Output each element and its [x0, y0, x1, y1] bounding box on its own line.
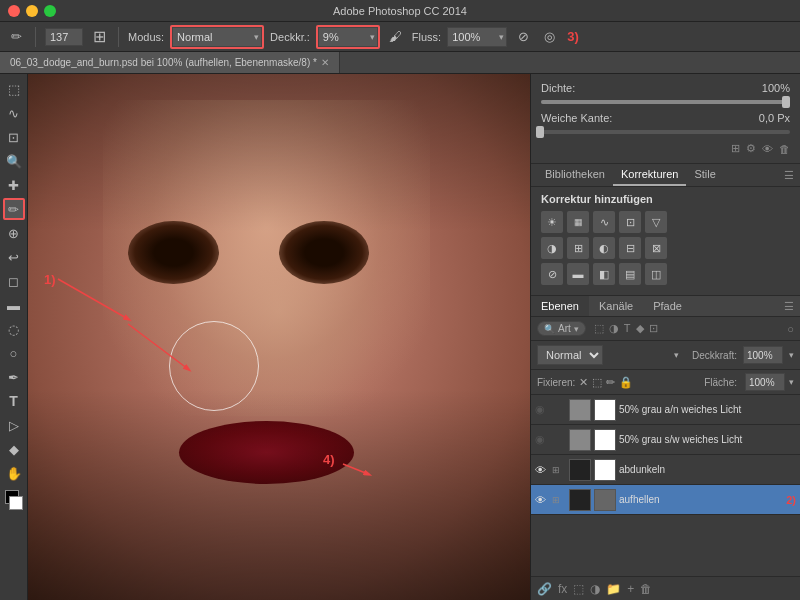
weiche-kante-slider-thumb[interactable]	[536, 126, 544, 138]
add-link-icon[interactable]: 🔗	[537, 582, 552, 596]
tablet-pressure-icon[interactable]: ⊘	[513, 27, 533, 47]
layer-item-4[interactable]: 👁 ⊞ aufhellen 2)	[531, 485, 800, 515]
tab-stile[interactable]: Stile	[686, 164, 723, 186]
tool-lasso[interactable]: ∿	[3, 102, 25, 124]
ebenen-search-box[interactable]: 🔍 Art ▾	[537, 321, 586, 336]
layer-2-visibility-icon[interactable]: ◉	[535, 433, 549, 446]
tablet-pressure-icon-2[interactable]: ◎	[539, 27, 559, 47]
layer-4-visibility-icon[interactable]: 👁	[535, 494, 549, 506]
tab-korrekturen[interactable]: Korrekturen	[613, 164, 686, 186]
fix-position-icon[interactable]: ✕	[579, 376, 588, 389]
korr-colorbalance-icon[interactable]: ⊞	[567, 237, 589, 259]
tool-clone[interactable]: ⊕	[3, 222, 25, 244]
brush-preset-icon[interactable]: ⊞	[89, 27, 109, 47]
tool-healing[interactable]: ✚	[3, 174, 25, 196]
document-tab[interactable]: 06_03_dodge_and_burn.psd bei 100% (aufhe…	[0, 52, 340, 73]
layer-item-3[interactable]: 👁 ⊞ abdunkeln	[531, 455, 800, 485]
add-fx-icon[interactable]: fx	[558, 582, 567, 596]
filter-adjustment-icon[interactable]: ◑	[609, 322, 619, 335]
korr-threshold-icon[interactable]: ◧	[593, 263, 615, 285]
filter-text-icon[interactable]: T	[624, 322, 631, 335]
korr-channelmix-icon[interactable]: ⊠	[645, 237, 667, 259]
flache-input[interactable]	[745, 373, 785, 391]
add-layer-icon[interactable]: +	[627, 582, 634, 596]
fix-paint-icon[interactable]: ✏	[606, 376, 615, 389]
deckkraft-input[interactable]	[743, 346, 783, 364]
tool-blur[interactable]: ◌	[3, 318, 25, 340]
tab-bibliotheken[interactable]: Bibliotheken	[537, 164, 613, 186]
layer-mode-select[interactable]: Normal	[537, 345, 603, 365]
add-adjustment-icon[interactable]: ◑	[590, 582, 600, 596]
tool-history-brush[interactable]: ↩	[3, 246, 25, 268]
korr-gradientmap-icon[interactable]: ▤	[619, 263, 641, 285]
fix-all-icon[interactable]: 🔒	[619, 376, 633, 389]
weiche-kante-slider[interactable]	[541, 130, 790, 134]
layer-item-2[interactable]: ◉ 50% grau s/w weiches Licht	[531, 425, 800, 455]
korr-hsl-icon[interactable]: ◑	[541, 237, 563, 259]
minimize-button[interactable]	[26, 5, 38, 17]
korrektur-icons-row-2: ◑ ⊞ ◐ ⊟ ⊠	[541, 237, 790, 259]
add-folder-icon[interactable]: 📁	[606, 582, 621, 596]
dichte-slider[interactable]	[541, 100, 790, 104]
weiche-kante-value: 0,0 Px	[759, 112, 790, 124]
fix-transparent-icon[interactable]: ⬚	[592, 376, 602, 389]
brush-size-input[interactable]	[45, 28, 83, 46]
maximize-button[interactable]	[44, 5, 56, 17]
copy-icon[interactable]: ⊞	[731, 142, 740, 155]
airbrush-icon[interactable]: 🖌	[386, 27, 406, 47]
dichte-slider-thumb[interactable]	[782, 96, 790, 108]
tool-text[interactable]: T	[3, 390, 25, 412]
delete-layer-icon[interactable]: 🗑	[640, 582, 652, 596]
tool-eraser[interactable]: ◻	[3, 270, 25, 292]
deckkraft-arrow[interactable]: ▾	[789, 350, 794, 360]
tool-pen[interactable]: ✒	[3, 366, 25, 388]
layer-2-name: 50% grau s/w weiches Licht	[619, 434, 796, 445]
ebenen-tab-pfade[interactable]: Pfade	[643, 296, 692, 316]
korr-selectivecolor-icon[interactable]: ◫	[645, 263, 667, 285]
korr-invert-icon[interactable]: ⊘	[541, 263, 563, 285]
eye-icon[interactable]: 👁	[762, 143, 773, 155]
mode-select[interactable]: Normal	[172, 27, 262, 47]
layer-item-1[interactable]: ◉ 50% grau a/n weiches Licht	[531, 395, 800, 425]
settings-icon[interactable]: ⚙	[746, 142, 756, 155]
deckkr-select[interactable]: 9%	[318, 27, 378, 47]
fluss-select[interactable]: 100%	[447, 27, 507, 47]
search-dropdown-icon[interactable]: ▾	[574, 324, 579, 334]
korr-bw-icon[interactable]: ◐	[593, 237, 615, 259]
layer-3-visibility-icon[interactable]: 👁	[535, 464, 549, 476]
tool-dodge[interactable]: ○	[3, 342, 25, 364]
foreground-background-colors[interactable]	[3, 490, 25, 512]
tool-hand[interactable]: ✋	[3, 462, 25, 484]
korr-levels-icon[interactable]: ▦	[567, 211, 589, 233]
filter-shape-icon[interactable]: ◆	[636, 322, 644, 335]
close-button[interactable]	[8, 5, 20, 17]
ebenen-tab-kanaele[interactable]: Kanäle	[589, 296, 643, 316]
korr-posterize-icon[interactable]: ▬	[567, 263, 589, 285]
tool-gradient[interactable]: ▬	[3, 294, 25, 316]
korr-curves-icon[interactable]: ∿	[593, 211, 615, 233]
tool-brush[interactable]: ✏	[3, 198, 25, 220]
add-mask-icon[interactable]: ⬚	[573, 582, 584, 596]
canvas-area[interactable]: 1) 4)	[28, 74, 530, 600]
layer-1-visibility-icon[interactable]: ◉	[535, 403, 549, 416]
tool-crop[interactable]: ⊡	[3, 126, 25, 148]
panel-settings-icon[interactable]: ☰	[784, 169, 794, 182]
fixieren-row: Fixieren: ✕ ⬚ ✏ 🔒 Fläche: ▾	[531, 370, 800, 395]
ebenen-tab-ebenen[interactable]: Ebenen	[531, 296, 589, 316]
korr-brightness-icon[interactable]: ☀	[541, 211, 563, 233]
korr-photo-icon[interactable]: ⊟	[619, 237, 641, 259]
filter-smart-icon[interactable]: ⊡	[649, 322, 658, 335]
ebenen-menu-icon[interactable]: ☰	[778, 300, 800, 313]
tool-path-select[interactable]: ▷	[3, 414, 25, 436]
filter-pixel-icon[interactable]: ⬚	[594, 322, 604, 335]
tool-eyedropper[interactable]: 🔍	[3, 150, 25, 172]
tab-close-icon[interactable]: ✕	[321, 57, 329, 68]
brush-tool-icon[interactable]: ✏	[6, 27, 26, 47]
flache-arrow[interactable]: ▾	[789, 377, 794, 387]
tool-shape[interactable]: ◆	[3, 438, 25, 460]
tool-rectangle-select[interactable]: ⬚	[3, 78, 25, 100]
korr-exposure-icon[interactable]: ⊡	[619, 211, 641, 233]
trash-icon[interactable]: 🗑	[779, 143, 790, 155]
ebenen-filter-toggle[interactable]: ○	[787, 323, 794, 335]
korr-vibrance-icon[interactable]: ▽	[645, 211, 667, 233]
